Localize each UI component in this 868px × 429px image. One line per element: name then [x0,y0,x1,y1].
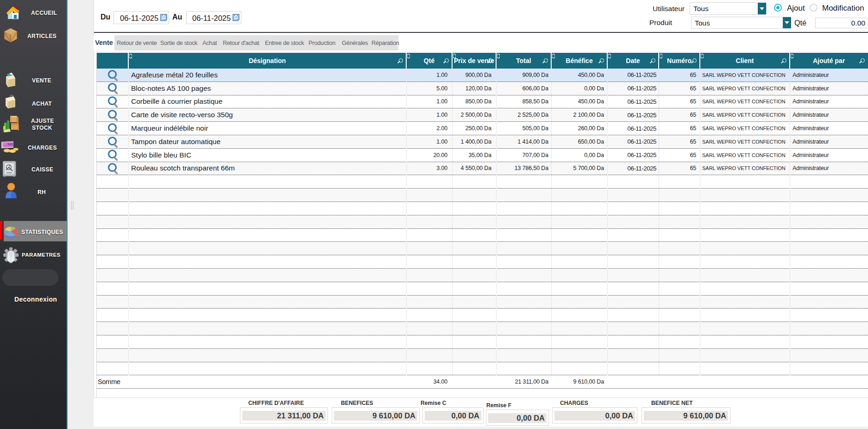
svg-text:500: 500 [7,143,13,146]
